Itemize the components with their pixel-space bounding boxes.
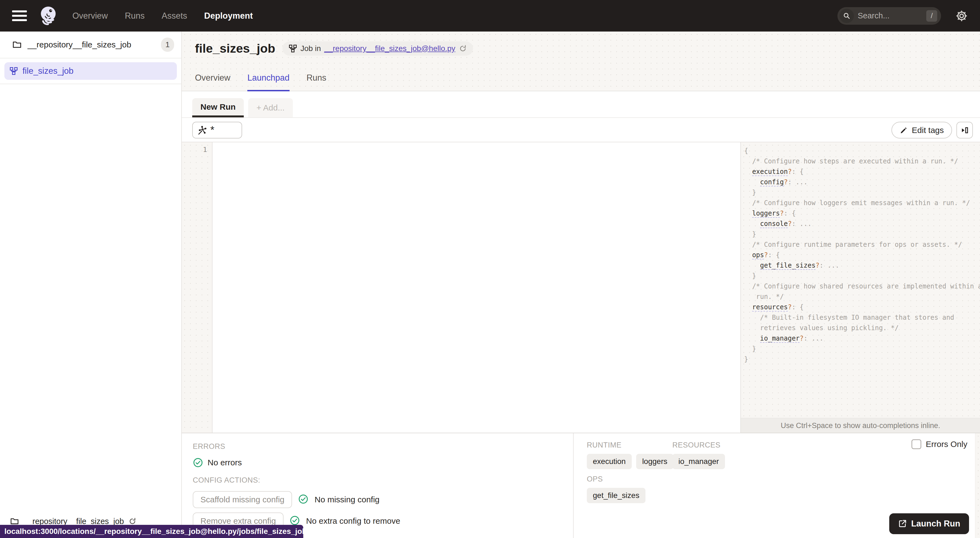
job-breadcrumb-pill: Job in __repository__file_sizes_job@hell… [282,41,473,56]
no-missing-config-text: No missing config [315,495,380,504]
reload-repository-icon[interactable] [128,517,137,525]
repository-link[interactable]: __repository__file_sizes_job@hello.py [324,44,455,53]
op-selector-value: * [210,122,215,138]
config-schema-panel: { /* Configure how steps are executed wi… [740,142,980,433]
page-header: file_sizes_job Job in __repository__file… [182,32,980,91]
gear-icon[interactable] [955,10,968,22]
launch-run-button[interactable]: Launch Run [889,513,969,534]
errors-only-toggle[interactable]: Errors Only [912,439,967,449]
scaffold-missing-config-button[interactable]: Scaffold missing config [193,491,292,508]
resources-section: RESOURCES io_manager [672,441,725,469]
schema-line: io_manager?: ... [744,333,980,344]
errors-header: ERRORS [193,442,573,451]
schema-line: resources?: { [744,302,980,312]
edit-tags-label: Edit tags [912,126,944,135]
nav-runs[interactable]: Runs [125,11,145,21]
dagster-launchpad-screen: Overview Runs Assets Deployment Search..… [0,0,980,538]
errors-only-label: Errors Only [926,439,967,449]
search-shortcut-badge: / [926,10,937,22]
op-selector-input[interactable]: * [192,122,242,138]
scrollbar-gutter [975,433,980,538]
reload-icon[interactable] [459,45,467,53]
config-editor-input[interactable] [213,142,740,433]
errors-only-checkbox[interactable] [912,439,921,449]
top-nav: Overview Runs Assets Deployment Search..… [0,0,980,32]
dagster-logo-icon[interactable] [38,4,59,28]
nav-assets[interactable]: Assets [162,11,187,21]
check-circle-icon [193,457,203,468]
resources-header: RESOURCES [672,441,725,449]
launchpad-session-tabs: New Run + Add... [182,91,980,118]
errors-panel: ERRORS No errors CONFIG ACTIONS: Scaffol… [182,433,573,538]
schema-line: } [744,229,980,239]
job-icon [10,67,18,75]
no-errors-text: No errors [208,458,242,467]
pencil-icon [900,126,908,134]
sidebar-item-file-sizes-job[interactable]: file_sizes_job [5,62,177,80]
check-circle-icon [298,494,309,505]
bottom-panel: ERRORS No errors CONFIG ACTIONS: Scaffol… [182,433,980,538]
schema-line: ops?: { [744,250,980,260]
menu-button[interactable] [12,8,30,23]
schema-line: /* Configure runtime parameters for ops … [744,239,980,250]
op-tag-get-file-sizes[interactable]: get_file_sizes [587,488,646,503]
folder-icon [12,40,22,49]
resource-tag-io-manager[interactable]: io_manager [672,454,725,469]
runtime-header: RUNTIME [587,441,673,449]
sidebar-repository-name: __repository__file_sizes_job [27,40,161,49]
folder-icon [10,517,19,526]
page-title: file_sizes_job [195,41,275,56]
sidebar-footer-repo-name: __repository__file_sizes_job [24,517,124,526]
schema-line: } [744,344,980,354]
ops-header: OPS [587,475,646,484]
schema-line: } [744,354,980,365]
runtime-tag-execution[interactable]: execution [587,454,632,469]
link-preview-tooltip: localhost:3000/locations/__repository__f… [0,525,303,538]
nav-overview[interactable]: Overview [72,11,108,21]
runtime-section: RUNTIME execution loggers [587,441,673,469]
config-actions-header: CONFIG ACTIONS: [193,476,573,484]
op-selector-icon [197,125,207,135]
config-schema: { /* Configure how steps are executed wi… [741,142,980,365]
scaffold-config-row: Scaffold missing config No missing confi… [193,491,573,508]
schema-line: get_file_sizes?: ... [744,260,980,271]
schema-line: console?: ... [744,218,980,229]
ops-section: OPS get_file_sizes [587,475,646,503]
schema-line: config?: ... [744,177,980,187]
editor-gutter: 1 [182,142,213,433]
no-extra-config-text: No extra config to remove [306,516,400,526]
schema-line: retrieves values using pickling. */ [744,323,980,333]
search-input[interactable]: Search... / [837,7,941,25]
tab-launchpad[interactable]: Launchpad [247,73,289,91]
runtime-tag-loggers[interactable]: loggers [636,454,673,469]
session-tab-new-run[interactable]: New Run [192,98,244,117]
sidebar-repository-count-badge: 1 [161,38,174,52]
expand-panel-button[interactable] [956,122,973,138]
launch-run-label: Launch Run [911,519,960,528]
session-tab-add[interactable]: + Add... [248,98,293,117]
schema-line: run. */ [744,291,980,302]
sidebar-footer: __repository__file_sizes_job [10,517,137,526]
schema-line: /* Configure how loggers emit messages w… [744,198,980,208]
job-sidebar: __repository__file_sizes_job 1 file_size… [0,32,182,538]
sidebar-item-label: file_sizes_job [22,66,73,76]
tab-overview[interactable]: Overview [195,73,230,91]
tab-runs[interactable]: Runs [307,73,326,91]
sidebar-repository-row[interactable]: __repository__file_sizes_job 1 [0,32,181,59]
no-errors-row: No errors [193,457,573,468]
breadcrumb-prefix: Job in [301,44,321,53]
schema-line: } [744,271,980,281]
nav-right: Search... / [837,7,968,25]
search-icon [840,9,854,23]
launch-icon [898,519,907,528]
config-editor-area: 1 { /* Configure how steps are executed … [182,142,980,433]
edit-tags-button[interactable]: Edit tags [891,122,952,138]
launchpad-toolbar: * Edit tags [182,118,980,142]
schema-line: /* Configure how steps are executed with… [744,156,980,166]
job-icon [288,44,297,53]
nav-deployment[interactable]: Deployment [204,11,253,21]
schema-line: execution?: { [744,166,980,177]
run-preview-panel: RUNTIME execution loggers RESOURCES io_m… [573,433,980,538]
schema-line: loggers?: { [744,208,980,218]
search-placeholder: Search... [858,11,926,20]
